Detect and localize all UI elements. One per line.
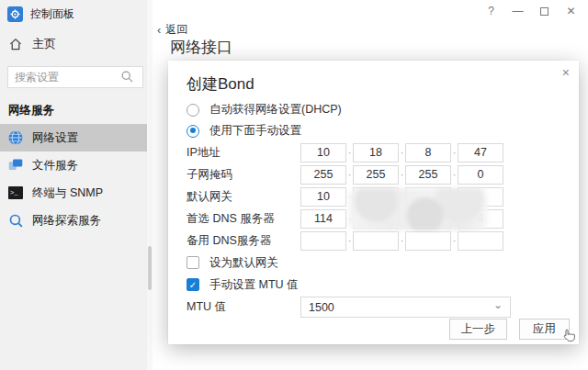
checkbox-manual-mtu[interactable]: ✓ 手动设置 MTU 值 — [187, 274, 579, 296]
search-icon — [120, 70, 134, 87]
previous-step-button[interactable]: 上一步 — [449, 319, 508, 340]
globe-icon — [7, 129, 24, 146]
window-controls: ? — ✕ — [478, 2, 584, 20]
sidebar-item-label: 终端与 SNMP — [32, 185, 103, 201]
home-icon — [7, 36, 24, 52]
minimize-button[interactable]: — — [504, 2, 531, 20]
chevron-left-icon: ‹ — [157, 23, 161, 37]
app-title: 控制面板 — [30, 6, 74, 22]
dns1-octet-1[interactable] — [300, 209, 346, 229]
mask-octet-3[interactable] — [405, 165, 451, 185]
create-bond-dialog: × 创建Bond 自动获得网络设置(DHCP) 使用下面手动设置 IP地址 ··… — [168, 61, 579, 344]
search-box — [7, 66, 140, 88]
mtu-label: MTU 值 — [187, 299, 300, 315]
sidebar-item-label: 文件服务 — [32, 158, 78, 174]
dialog-close-icon[interactable]: × — [562, 65, 570, 80]
sidebar-item-network-discovery[interactable]: 网络探索服务 — [0, 207, 147, 234]
sidebar-section-network-services: 网络服务 — [0, 95, 147, 124]
radio-selected-icon — [187, 125, 199, 138]
network-mode-radio-group: 自动获得网络设置(DHCP) 使用下面手动设置 — [187, 99, 579, 141]
ip-address-row: IP地址 ··· — [187, 141, 579, 163]
home-label: 主页 — [32, 36, 56, 52]
mask-octet-1[interactable] — [300, 165, 346, 185]
maximize-button[interactable] — [531, 2, 558, 20]
checkbox-default-gateway[interactable]: 设为默认网关 — [187, 252, 579, 274]
app-header[interactable]: 控制面板 — [0, 0, 147, 28]
sidebar-item-terminal-snmp[interactable]: >_ 终端与 SNMP — [0, 179, 147, 207]
dns2-octet-2[interactable] — [353, 231, 399, 251]
files-icon — [7, 157, 24, 174]
back-label: 返回 — [165, 22, 187, 38]
help-button[interactable]: ? — [478, 2, 504, 20]
dns2-octet-4[interactable] — [458, 231, 503, 251]
privacy-blur-overlay — [348, 188, 488, 230]
ip-octet-4[interactable] — [458, 143, 503, 163]
ip-octet-3[interactable] — [405, 143, 451, 163]
page-title: 网络接口 — [170, 37, 232, 58]
checkbox-checked-icon: ✓ — [187, 278, 199, 291]
terminal-icon: >_ — [7, 185, 24, 201]
magnifier-icon — [7, 212, 24, 229]
mask-octet-2[interactable] — [353, 165, 399, 185]
dns-secondary-row: 备用 DNS服务器 ··· — [187, 230, 579, 252]
sidebar-scrollbar-thumb[interactable] — [148, 246, 152, 290]
ip-octet-1[interactable] — [300, 143, 346, 163]
checkbox-icon — [187, 256, 199, 269]
mtu-row: MTU 值 1500 ⌄ — [187, 296, 579, 319]
apply-button[interactable]: 应用 — [519, 319, 570, 340]
subnet-mask-row: 子网掩码 ··· — [187, 163, 579, 185]
gw-octet-1[interactable] — [300, 187, 346, 207]
radio-icon — [187, 104, 199, 117]
mtu-value: 1500 — [309, 301, 334, 314]
radio-dhcp[interactable]: 自动获得网络设置(DHCP) — [187, 99, 579, 120]
sidebar: 控制面板 主页 网络服务 网络设置 文件服务 >_ 终端与 SNMP — [0, 0, 147, 370]
dns2-octet-1[interactable] — [300, 231, 346, 251]
radio-manual[interactable]: 使用下面手动设置 — [187, 120, 579, 141]
sidebar-item-network-settings[interactable]: 网络设置 — [0, 124, 147, 151]
sidebar-item-file-services[interactable]: 文件服务 — [0, 151, 147, 179]
sidebar-item-home[interactable]: 主页 — [0, 28, 147, 61]
close-window-button[interactable]: ✕ — [558, 2, 584, 20]
back-link[interactable]: ‹ 返回 — [157, 22, 187, 38]
sidebar-item-label: 网络探索服务 — [32, 213, 101, 229]
mtu-select[interactable]: 1500 ⌄ — [300, 297, 511, 318]
mask-octet-4[interactable] — [458, 165, 503, 185]
dialog-footer: 上一步 应用 — [449, 319, 571, 340]
chevron-down-icon: ⌄ — [493, 298, 503, 311]
control-panel-icon — [7, 6, 23, 22]
dialog-title: 创建Bond — [187, 73, 579, 94]
sidebar-item-label: 网络设置 — [32, 130, 78, 146]
maximize-icon — [540, 7, 548, 16]
ip-octet-2[interactable] — [353, 143, 399, 163]
dns2-octet-3[interactable] — [405, 231, 451, 251]
